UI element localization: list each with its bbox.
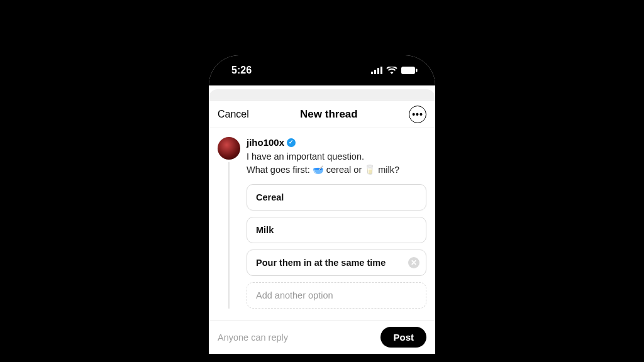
status-bar: 5:26	[209, 55, 435, 85]
verified-badge-icon: ✓	[287, 138, 296, 147]
post-text-line2-mid: cereal or	[324, 165, 364, 175]
svg-rect-4	[401, 67, 415, 74]
bottom-bar: Anyone can reply Post	[209, 320, 435, 354]
remove-option-button[interactable]: ✕	[408, 257, 419, 268]
thread-line	[228, 162, 230, 309]
post-button[interactable]: Post	[380, 327, 426, 348]
svg-rect-1	[374, 70, 376, 74]
sheet-grabber	[209, 89, 435, 101]
add-option-label: Add another option	[256, 290, 333, 300]
close-icon: ✕	[411, 258, 417, 267]
avatar[interactable]	[218, 137, 240, 160]
status-time: 5:26	[231, 65, 252, 76]
page-title: New thread	[300, 108, 358, 121]
poll-option-1[interactable]: Cereal	[247, 184, 426, 211]
reply-scope-button[interactable]: Anyone can reply	[218, 332, 288, 343]
status-indicators	[371, 67, 418, 74]
svg-rect-5	[416, 69, 418, 72]
post-text-line2-post: milk?	[375, 165, 399, 175]
bowl-emoji-icon: 🥣	[313, 165, 324, 175]
post-text-line2-pre: What goes first:	[247, 165, 313, 175]
navbar: Cancel New thread •••	[209, 101, 435, 128]
post-text-line1: I have an important question.	[247, 151, 364, 162]
poll-editor: Cereal Milk Pour them in at the same tim…	[247, 184, 426, 309]
svg-rect-2	[377, 68, 379, 74]
poll-option-2[interactable]: Milk	[247, 217, 426, 243]
compose-area: jiho100x ✓ I have an important question.…	[209, 128, 435, 309]
compose-column: jiho100x ✓ I have an important question.…	[247, 137, 426, 309]
glass-emoji-icon: 🥛	[364, 165, 375, 175]
battery-icon	[401, 67, 418, 74]
cellular-signal-icon	[371, 67, 382, 74]
poll-option-3[interactable]: Pour them in at the same time ✕	[247, 250, 426, 276]
poll-option-label: Pour them in at the same time	[256, 258, 386, 268]
more-options-button[interactable]: •••	[409, 106, 426, 123]
verified-check-icon: ✓	[289, 140, 294, 145]
post-text[interactable]: I have an important question. What goes …	[247, 150, 426, 177]
svg-rect-3	[380, 67, 382, 74]
username[interactable]: jiho100x	[247, 137, 284, 148]
poll-option-label: Cereal	[256, 192, 284, 202]
phone-frame: 5:26 Cancel New thread ••• jiho100x	[209, 55, 435, 354]
ellipsis-icon: •••	[412, 109, 423, 119]
wifi-icon	[386, 67, 397, 74]
cancel-button[interactable]: Cancel	[218, 109, 249, 120]
poll-option-label: Milk	[256, 225, 274, 235]
username-row: jiho100x ✓	[247, 137, 426, 148]
svg-rect-0	[371, 72, 373, 74]
add-option-button[interactable]: Add another option	[247, 282, 426, 309]
